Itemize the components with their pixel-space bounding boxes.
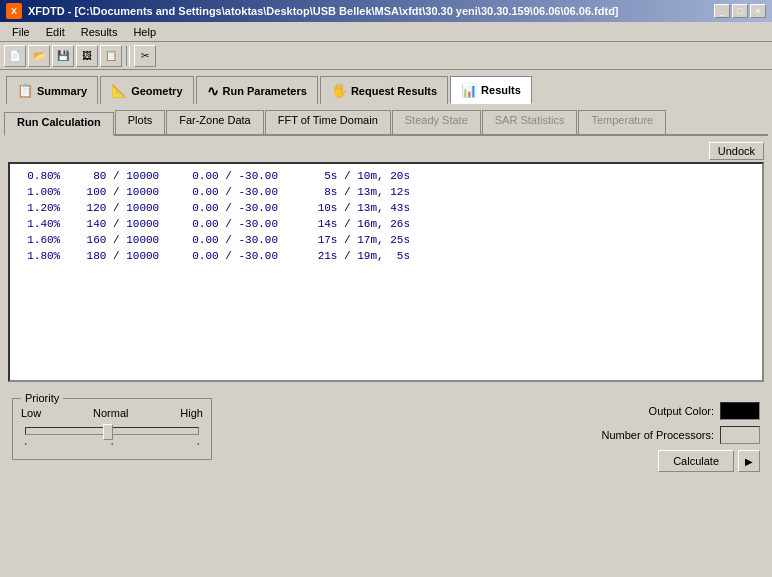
title-bar-controls: _ □ × [714, 4, 766, 18]
data-row-1: 0.80% 80 / 10000 0.00 / -30.00 5s / 10m,… [14, 168, 758, 184]
subtab-temperature: Temperature [578, 110, 666, 134]
toolbar: 📄 📂 💾 🖼 📋 ✂ [0, 42, 772, 70]
undock-button[interactable]: Undock [709, 142, 764, 160]
priority-labels: Low Normal High [21, 407, 203, 419]
menu-help[interactable]: Help [125, 24, 164, 40]
summary-icon: 📋 [17, 83, 33, 98]
processors-input[interactable] [720, 426, 760, 444]
subtab-fft-time-domain[interactable]: FFT of Time Domain [265, 110, 391, 134]
results-icon: 📊 [461, 83, 477, 98]
data-row-2: 1.00% 100 / 10000 0.00 / -30.00 8s / 13m… [14, 184, 758, 200]
run-params-icon: ∿ [207, 83, 219, 99]
geometry-icon: 📐 [111, 83, 127, 98]
close-button[interactable]: × [750, 4, 766, 18]
tick-normal: ' [111, 441, 113, 451]
tab-request-results-label: Request Results [351, 85, 437, 97]
tick-high: ' [197, 441, 199, 451]
subtab-sar-statistics: SAR Statistics [482, 110, 578, 134]
nav-tabs: 📋 Summary 📐 Geometry ∿ Run Parameters 🖐 … [0, 70, 772, 106]
toolbar-save[interactable]: 💾 [52, 45, 74, 67]
window-title: XFDTD - [C:\Documents and Settings\atokt… [28, 5, 619, 17]
data-row-4: 1.40% 140 / 10000 0.00 / -30.00 14s / 16… [14, 216, 758, 232]
data-row-3: 1.20% 120 / 10000 0.00 / -30.00 10s / 13… [14, 200, 758, 216]
app-icon: X [6, 3, 22, 19]
tab-run-parameters[interactable]: ∿ Run Parameters [196, 76, 318, 104]
priority-group: Priority Low Normal High ' ' ' [12, 398, 212, 460]
priority-normal-label: Normal [93, 407, 128, 419]
toolbar-btn4[interactable]: 🖼 [76, 45, 98, 67]
toolbar-btn6[interactable]: ✂ [134, 45, 156, 67]
subtab-plots[interactable]: Plots [115, 110, 165, 134]
subtab-far-zone-data[interactable]: Far-Zone Data [166, 110, 264, 134]
right-controls: Output Color: Number of Processors: Calc… [602, 398, 760, 472]
output-color-row: Output Color: [649, 402, 760, 420]
play-icon: ▶ [745, 456, 753, 467]
tab-results[interactable]: 📊 Results [450, 76, 532, 104]
bottom-panel: Priority Low Normal High ' ' ' Output Co… [4, 390, 768, 476]
tab-summary[interactable]: 📋 Summary [6, 76, 98, 104]
priority-high-label: High [180, 407, 203, 419]
tab-results-label: Results [481, 84, 521, 96]
priority-low-label: Low [21, 407, 41, 419]
output-color-label: Output Color: [649, 405, 714, 417]
request-results-icon: 🖐 [331, 83, 347, 98]
output-color-box[interactable] [720, 402, 760, 420]
play-button[interactable]: ▶ [738, 450, 760, 472]
tab-summary-label: Summary [37, 85, 87, 97]
priority-slider-thumb[interactable] [103, 424, 113, 440]
menu-file[interactable]: File [4, 24, 38, 40]
processors-label: Number of Processors: [602, 429, 714, 441]
priority-slider-track[interactable] [25, 427, 199, 435]
menu-bar: File Edit Results Help [0, 22, 772, 42]
calculate-button[interactable]: Calculate [658, 450, 734, 472]
minimize-button[interactable]: _ [714, 4, 730, 18]
toolbar-open[interactable]: 📂 [28, 45, 50, 67]
undock-area: Undock [4, 140, 768, 162]
maximize-button[interactable]: □ [732, 4, 748, 18]
menu-results[interactable]: Results [73, 24, 126, 40]
main-content: Run Calculation Plots Far-Zone Data FFT … [0, 106, 772, 480]
toolbar-new[interactable]: 📄 [4, 45, 26, 67]
tab-geometry[interactable]: 📐 Geometry [100, 76, 193, 104]
subtab-run-calculation[interactable]: Run Calculation [4, 112, 114, 136]
tab-request-results[interactable]: 🖐 Request Results [320, 76, 448, 104]
data-display-area: 0.80% 80 / 10000 0.00 / -30.00 5s / 10m,… [8, 162, 764, 382]
sub-tabs: Run Calculation Plots Far-Zone Data FFT … [4, 110, 768, 136]
data-row-6: 1.80% 180 / 10000 0.00 / -30.00 21s / 19… [14, 248, 758, 264]
calc-area: Calculate ▶ [658, 450, 760, 472]
toolbar-separator [126, 46, 130, 66]
subtab-steady-state: Steady State [392, 110, 481, 134]
priority-legend: Priority [21, 392, 63, 404]
toolbar-btn5[interactable]: 📋 [100, 45, 122, 67]
data-row-5: 1.60% 160 / 10000 0.00 / -30.00 17s / 17… [14, 232, 758, 248]
tab-run-parameters-label: Run Parameters [223, 85, 307, 97]
menu-edit[interactable]: Edit [38, 24, 73, 40]
title-bar: X XFDTD - [C:\Documents and Settings\ato… [0, 0, 772, 22]
tick-low: ' [25, 441, 27, 451]
tab-geometry-label: Geometry [131, 85, 182, 97]
processors-row: Number of Processors: [602, 426, 760, 444]
